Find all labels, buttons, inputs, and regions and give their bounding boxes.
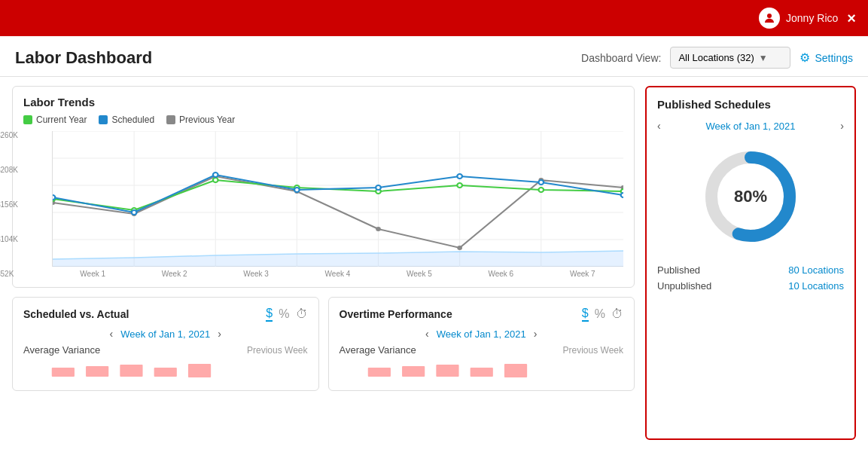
avg-variance-ot: Average Variance (340, 344, 416, 356)
donut-container: 80% (657, 144, 844, 249)
labor-trends-card: Labor Trends Current Year Scheduled Prev… (12, 86, 635, 288)
svg-point-0 (767, 14, 772, 18)
svg-rect-41 (188, 364, 211, 377)
top-bar: Jonny Rico × (0, 0, 868, 36)
prev-week-arrow-ot[interactable]: ‹ (425, 328, 429, 340)
published-label: Published (657, 264, 700, 276)
svg-point-33 (457, 174, 462, 179)
overtime-performance-title: Overtime Performance (340, 308, 452, 320)
legend-current-year-label: Current Year (36, 115, 87, 125)
svg-point-35 (621, 193, 623, 197)
prev-week-label-sva: Previous Week (247, 345, 307, 356)
svg-rect-43 (402, 366, 425, 377)
x-label-2: Week 2 (162, 270, 187, 278)
donut-percentage: 80% (734, 187, 767, 206)
avatar-icon (759, 8, 780, 29)
week-nav-sva: ‹ Week of Jan 1, 2021 › (23, 328, 308, 340)
location-dropdown[interactable]: All Locations (32) ▼ (670, 47, 790, 69)
svg-point-25 (457, 183, 462, 188)
sva-mini-chart (23, 360, 308, 381)
dollar-tab-ot[interactable]: $ (582, 307, 589, 322)
unpublished-row: Unpublished 10 Locations (657, 280, 844, 292)
prev-week-arrow-pub[interactable]: ‹ (657, 120, 661, 132)
user-name: Jonny Rico (786, 12, 838, 24)
percent-tab-sva[interactable]: % (279, 307, 289, 321)
current-year-dot (23, 115, 32, 124)
scheduled-vs-actual-header: Scheduled vs. Actual $ % ⏱ (23, 307, 308, 322)
svg-point-29 (132, 210, 137, 215)
svg-rect-46 (504, 364, 526, 377)
settings-label: Settings (815, 52, 853, 64)
svg-point-22 (213, 178, 218, 182)
svg-rect-40 (154, 368, 177, 377)
week-label-ot: Week of Jan 1, 2021 (437, 328, 526, 340)
legend-scheduled-label: Scheduled (111, 115, 154, 125)
user-info: Jonny Rico (759, 8, 838, 29)
y-label-1: $52K (0, 270, 18, 278)
x-label-3: Week 3 (243, 270, 269, 278)
svg-point-16 (376, 227, 381, 231)
published-schedules-card: Published Schedules ‹ Week of Jan 1, 202… (645, 86, 856, 440)
next-week-arrow-ot[interactable]: › (534, 328, 538, 340)
ot-mini-chart (340, 360, 624, 381)
scheduled-vs-actual-title: Scheduled vs. Actual (23, 308, 129, 320)
bottom-panels: Scheduled vs. Actual $ % ⏱ ‹ Week of Jan… (12, 297, 635, 391)
x-label-1: Week 1 (80, 270, 105, 278)
line-chart-svg (53, 131, 623, 267)
legend-scheduled: Scheduled (99, 115, 154, 125)
y-label-2: $104K (0, 235, 18, 243)
legend-previous-year: Previous Year (166, 115, 235, 125)
next-week-arrow-pub[interactable]: › (840, 120, 844, 132)
published-value[interactable]: 80 Locations (788, 264, 844, 276)
chart-area (52, 131, 623, 267)
dashboard-body: Labor Trends Current Year Scheduled Prev… (0, 77, 868, 449)
unpublished-label: Unpublished (657, 280, 711, 292)
donut-chart: 80% (698, 144, 803, 249)
week-label-sva: Week of Jan 1, 2021 (120, 328, 210, 340)
svg-rect-45 (470, 368, 492, 377)
legend-previous-year-label: Previous Year (179, 115, 235, 125)
prev-week-label-ot: Previous Week (563, 345, 623, 356)
svg-point-34 (538, 180, 544, 185)
svg-point-31 (294, 188, 300, 192)
gear-icon: ⚙ (799, 50, 810, 65)
dropdown-value: All Locations (32) (678, 52, 754, 63)
close-button[interactable]: × (847, 10, 856, 27)
x-label-7: Week 7 (570, 270, 595, 278)
week-nav-ot: ‹ Week of Jan 1, 2021 › (340, 328, 624, 340)
clock-tab-sva[interactable]: ⏱ (296, 307, 308, 321)
pub-week-label: Week of Jan 1, 2021 (705, 121, 795, 132)
clock-tab-ot[interactable]: ⏱ (611, 307, 623, 321)
settings-button[interactable]: ⚙ Settings (799, 50, 853, 65)
page-title: Labor Dashboard (15, 48, 152, 68)
scheduled-dot (99, 115, 108, 124)
y-label-5: $260K (0, 131, 18, 139)
right-col: Published Schedules ‹ Week of Jan 1, 202… (645, 86, 856, 440)
chevron-down-icon: ▼ (759, 53, 768, 63)
legend-current-year: Current Year (23, 115, 87, 125)
svg-point-17 (457, 246, 462, 250)
svg-rect-38 (86, 366, 108, 377)
overtime-performance-card: Overtime Performance $ % ⏱ ‹ Week of Jan… (328, 297, 635, 391)
x-axis-labels: Week 1 Week 2 Week 3 Week 4 Week 5 Week … (52, 270, 623, 278)
published-row: Published 80 Locations (657, 264, 844, 276)
x-label-4: Week 4 (325, 270, 351, 278)
svg-rect-39 (120, 365, 142, 377)
next-week-arrow-sva[interactable]: › (218, 328, 221, 340)
svg-rect-37 (52, 368, 75, 377)
percent-tab-ot[interactable]: % (595, 307, 605, 321)
prev-week-arrow-sva[interactable]: ‹ (110, 328, 114, 340)
x-label-5: Week 5 (407, 270, 432, 278)
x-label-6: Week 6 (488, 270, 513, 278)
dollar-tab-sva[interactable]: $ (266, 307, 273, 322)
unpublished-value[interactable]: 10 Locations (788, 280, 844, 292)
dashboard-view-label: Dashboard View: (581, 52, 661, 64)
published-schedules-title: Published Schedules (657, 98, 844, 111)
y-axis-labels: $260K $208K $156K $104K $52K (0, 131, 18, 278)
header-row: Labor Dashboard Dashboard View: All Loca… (0, 36, 868, 77)
svg-rect-42 (367, 368, 390, 377)
week-nav-pub: ‹ Week of Jan 1, 2021 › (657, 120, 844, 132)
tab-icons-sva: $ % ⏱ (266, 307, 307, 322)
avg-variance-sva: Average Variance (23, 344, 100, 356)
tab-icons-ot: $ % ⏱ (582, 307, 623, 322)
